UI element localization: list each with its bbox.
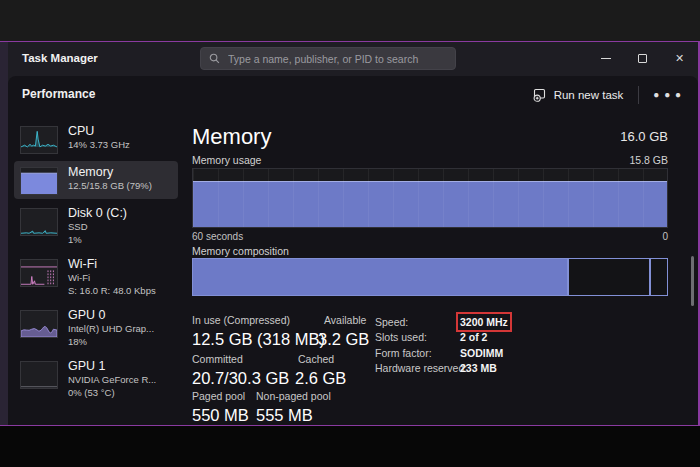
sidebar-item-gpu0[interactable]: GPU 0 Intel(R) UHD Grap... 18% bbox=[14, 304, 178, 352]
sidebar-item-label: GPU 0 bbox=[68, 308, 154, 323]
stat-committed: Committed 20.7/30.3 GB bbox=[192, 353, 289, 389]
composition-in-use-segment[interactable] bbox=[193, 259, 567, 295]
window-controls: ✕ bbox=[587, 42, 698, 75]
sidebar-item-sub: 12.5/15.8 GB (79%) bbox=[68, 180, 152, 193]
sidebar-item-label: Wi-Fi bbox=[68, 257, 156, 272]
minimize-icon bbox=[601, 58, 611, 59]
sidebar-item-cpu[interactable]: CPU 14% 3.73 GHz bbox=[14, 120, 178, 158]
stat-cached: Cached 2.6 GB bbox=[295, 353, 346, 389]
graph-gridlines bbox=[193, 169, 667, 227]
detail-hardware-reserved: Hardware reserved: 233 MB bbox=[375, 361, 508, 377]
search-icon bbox=[209, 53, 220, 64]
sidebar-item-label: Disk 0 (C:) bbox=[68, 206, 127, 221]
sidebar-item-sub: SSD bbox=[68, 221, 127, 234]
more-options-button[interactable]: ● ● ● bbox=[645, 85, 690, 104]
detail-label: Speed: bbox=[375, 316, 460, 328]
memory-composition-bar bbox=[192, 258, 668, 296]
titlebar: Task Manager ✕ bbox=[8, 42, 698, 76]
composition-standby-segment[interactable] bbox=[567, 259, 649, 295]
minimize-button[interactable] bbox=[587, 42, 624, 75]
memory-capacity: 16.0 GB bbox=[620, 129, 668, 144]
search-input[interactable] bbox=[228, 53, 447, 65]
detail-slots-used: Slots used: 2 of 2 bbox=[375, 330, 508, 346]
stat-available: Available 3.2 GB bbox=[318, 314, 369, 350]
stat-label: Non-paged pool bbox=[256, 390, 331, 403]
stat-label: Paged pool bbox=[192, 390, 249, 403]
run-new-task-icon bbox=[533, 88, 547, 102]
usage-axis-left: 60 seconds bbox=[192, 231, 243, 242]
stat-value: 555 MB bbox=[256, 405, 331, 426]
maximize-button[interactable] bbox=[624, 42, 661, 75]
memory-usage-graph bbox=[192, 168, 668, 228]
stat-in-use: In use (Compressed) 12.5 GB (318 MB) bbox=[192, 314, 325, 350]
composition-free-segment[interactable] bbox=[649, 259, 667, 295]
wifi-mini-graph bbox=[20, 259, 58, 287]
stat-value: 550 MB bbox=[192, 405, 249, 426]
left-nav-rail bbox=[0, 42, 8, 425]
run-new-task-label: Run new task bbox=[554, 89, 624, 101]
hardware-details: Speed: 3200 MHz Slots used: 2 of 2 Form … bbox=[375, 314, 508, 376]
sidebar-item-sub: 14% 3.73 GHz bbox=[68, 139, 130, 152]
stat-paged-pool: Paged pool 550 MB bbox=[192, 390, 249, 426]
detail-form-factor: Form factor: SODIMM bbox=[375, 345, 508, 361]
stat-label: In use (Compressed) bbox=[192, 314, 325, 327]
gpu0-mini-graph bbox=[20, 310, 58, 338]
sidebar-item-sub2: S: 16.0 R: 48.0 Kbps bbox=[68, 285, 156, 298]
sidebar-item-sub2: 1% bbox=[68, 234, 127, 247]
window-title: Task Manager bbox=[22, 52, 98, 64]
search-box[interactable] bbox=[200, 47, 456, 70]
sidebar-item-sub2: 18% bbox=[68, 336, 154, 349]
sidebar-item-label: Memory bbox=[68, 165, 152, 180]
detail-value: 2 of 2 bbox=[460, 331, 487, 343]
scrollbar-thumb[interactable] bbox=[691, 256, 694, 306]
detail-label: Hardware reserved: bbox=[375, 362, 460, 374]
toolbar-divider bbox=[638, 86, 639, 104]
detail-label: Form factor: bbox=[375, 347, 460, 359]
sidebar-item-sub: Wi-Fi bbox=[68, 272, 156, 285]
desktop-background: Task Manager ✕ Performance bbox=[0, 0, 700, 467]
sidebar-item-label: GPU 1 bbox=[68, 359, 156, 374]
close-button[interactable]: ✕ bbox=[661, 42, 698, 75]
content-panel: Performance Run new task ● ● ● bbox=[8, 76, 698, 425]
stat-label: Committed bbox=[192, 353, 289, 366]
sidebar-item-memory[interactable]: Memory 12.5/15.8 GB (79%) bbox=[14, 161, 178, 199]
sidebar-item-disk0[interactable]: Disk 0 (C:) SSD 1% bbox=[14, 202, 178, 250]
page-title: Performance bbox=[22, 87, 95, 101]
detail-label: Slots used: bbox=[375, 331, 460, 343]
sidebar-item-wifi[interactable]: Wi-Fi Wi-Fi S: 16.0 R: 48.0 Kbps bbox=[14, 253, 178, 301]
sidebar-item-sub: Intel(R) UHD Grap... bbox=[68, 323, 154, 336]
stat-value: 3.2 GB bbox=[318, 329, 369, 350]
sidebar-item-sub2: 0% (53 °C) bbox=[68, 387, 156, 400]
sidebar-item-sub: NVIDIA GeForce R... bbox=[68, 374, 156, 387]
detail-speed: Speed: 3200 MHz bbox=[375, 314, 508, 330]
stat-label: Cached bbox=[295, 353, 346, 366]
stat-label: Available bbox=[318, 314, 369, 327]
cpu-mini-graph bbox=[20, 126, 58, 154]
task-manager-window: Task Manager ✕ Performance bbox=[0, 41, 700, 426]
more-icon: ● ● ● bbox=[653, 89, 682, 100]
memory-title: Memory bbox=[192, 124, 271, 150]
maximize-icon bbox=[638, 54, 647, 63]
detail-value: SODIMM bbox=[460, 347, 503, 359]
speed-value-highlighted: 3200 MHz bbox=[460, 316, 508, 328]
stat-value: 2.6 GB bbox=[295, 368, 346, 389]
usage-section-label: Memory usage bbox=[192, 154, 261, 166]
composition-section-label: Memory composition bbox=[192, 245, 289, 257]
stat-value: 12.5 GB (318 MB) bbox=[192, 329, 325, 350]
run-new-task-button[interactable]: Run new task bbox=[524, 83, 633, 107]
gpu1-mini-graph bbox=[20, 361, 58, 389]
sidebar-item-gpu1[interactable]: GPU 1 NVIDIA GeForce R... 0% (53 °C) bbox=[14, 355, 178, 403]
detail-value: 233 MB bbox=[460, 362, 497, 374]
stat-value: 20.7/30.3 GB bbox=[192, 368, 289, 389]
stat-non-paged-pool: Non-paged pool 555 MB bbox=[256, 390, 331, 426]
toolbar-actions: Run new task ● ● ● bbox=[524, 76, 690, 113]
sidebar-item-label: CPU bbox=[68, 124, 130, 139]
usage-axis-right: 0 bbox=[662, 231, 668, 242]
performance-toolbar: Performance Run new task ● ● ● bbox=[8, 76, 698, 113]
disk-mini-graph bbox=[20, 208, 58, 236]
close-icon: ✕ bbox=[675, 52, 684, 65]
performance-sidebar: CPU 14% 3.73 GHz Memory 12.5/15.8 GB (79… bbox=[14, 120, 178, 403]
usage-axis-max: 15.8 GB bbox=[629, 154, 668, 166]
memory-mini-graph bbox=[20, 167, 58, 195]
